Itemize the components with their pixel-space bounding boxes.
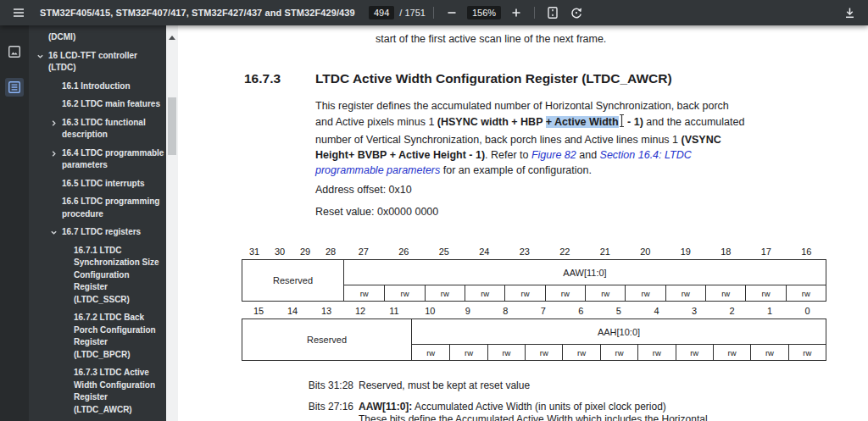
toc-label: 16.5 LTDC interrupts [62,178,145,191]
sidebar-item-16-3[interactable]: 16.3 LTDC functional description [29,117,166,141]
access-cell: rw [600,345,637,360]
register-description-paragraph: This register defines the accumulated nu… [315,98,744,178]
reset-value: Reset value: 0x0000 0000 [315,206,438,218]
bit-number-label: 16 [787,247,827,257]
toolbar-divider [534,7,535,19]
chevron-down-icon[interactable] [36,50,45,60]
access-cell: rw [750,345,787,360]
bit-number-label: 15 [242,306,275,316]
access-cell: rw [745,285,785,301]
page-total-label: / 1751 [399,8,426,18]
zoom-level-input[interactable]: 156% [467,6,501,19]
bit-number-label: 30 [267,247,292,257]
sidebar-item-16-1[interactable]: 16.1 Introduction [29,80,166,93]
sidebar-scrollbar-thumb[interactable] [168,97,176,155]
bit-number-label: 24 [465,247,505,257]
rotate-icon[interactable] [566,3,587,23]
pdf-toolbar: STM32F405/415, STM32F407/417, STM32F427/… [0,0,868,25]
bit-number-label: 0 [788,306,826,316]
figure-82-link[interactable]: Figure 82 [531,149,576,161]
access-cell: rw [788,345,826,360]
bit-number-label: 22 [545,247,586,257]
chevron-right-icon[interactable] [49,117,58,127]
zoom-in-icon[interactable] [506,3,526,23]
sidebar-item-dcmi[interactable]: (DCMI) [29,31,166,44]
toc-label: 16.1 Introduction [62,80,131,93]
bit-number-label: 20 [626,247,666,257]
sidebar-item-16-7[interactable]: 16.7 LTDC registers [29,226,166,239]
bit-number-label: 12 [343,306,377,316]
sidebar-scrollbar[interactable] [166,25,178,421]
zoom-out-icon[interactable] [442,3,462,23]
register-box: Reserved AAH[10:0] rwrwrwrwrwrwrwrwrwrwr… [242,319,826,361]
sidebar-item-16-6[interactable]: 16.6 LTDC programming procedure [29,196,166,220]
toc-label: 16.7.2 LTDC Back Porch Configuration Reg… [74,312,163,361]
scroll-up-arrow-icon[interactable] [169,36,175,40]
bit-number-label: 19 [665,247,706,257]
document-title: STM32F405/415, STM32F407/417, STM32F427/… [40,8,357,18]
bit-number-label: 18 [706,247,747,257]
download-icon[interactable] [839,3,860,23]
paragraph-line: and Active pixels minus 1 (HSYNC width +… [315,114,744,132]
access-cell: rw [562,345,599,360]
bits-description: AAW[11:0]: Accumulated Active Width (in … [359,401,666,413]
bits-description-clipped: These bits define the Accumulated Active… [359,413,708,421]
sidebar-item-16-7-2[interactable]: 16.7.2 LTDC Back Porch Configuration Reg… [29,312,166,361]
access-cell: rw [713,345,750,360]
bit-number-label: 5 [600,306,638,316]
access-cell: rw [625,285,665,301]
access-cell: rw [465,285,504,301]
bit-number-label: 29 [292,247,318,257]
bit-number-label: 27 [343,247,384,257]
page-number-input[interactable]: 494 [369,6,394,19]
bits-description: Reserved, must be kept at reset value [359,379,530,391]
sidebar-icon-strip [0,25,29,421]
access-cell: rw [384,285,424,301]
toolbar-divider [433,7,434,19]
bit-number-label: 6 [562,306,600,316]
section-16-4-link[interactable]: programmable parameters [315,164,440,176]
sidebar-item-16-ltdc[interactable]: 16 LCD-TFT controller (LTDC) [29,50,166,75]
field-column: AAH[10:0] rwrwrwrwrwrwrwrwrwrwrw [412,319,826,360]
toc-label: 16.7 LTDC registers [62,226,141,239]
register-diagram-low: 1514131211109876543210 Reserved AAH[10:0… [242,303,826,361]
toc-label: 16.4 LTDC programmable parameters [62,147,166,172]
paragraph-line: number of Vertical Synchronization, back… [315,132,744,147]
access-cell: rw [637,345,675,360]
fit-page-icon[interactable] [542,3,563,23]
access-cell: rw [786,285,826,301]
bit-number-label: 25 [424,247,465,257]
outline-icon[interactable] [5,78,24,97]
bit-number-label: 31 [242,247,267,257]
chevron-down-icon[interactable] [49,226,58,236]
pdf-page: start of the first active scan line of t… [178,25,868,421]
sidebar-item-16-5[interactable]: 16.5 LTDC interrupts [29,178,166,191]
toc-label: (DCMI) [48,31,75,44]
sidebar-item-16-4[interactable]: 16.4 LTDC programmable parameters [29,147,166,172]
address-offset: Address offset: 0x10 [315,184,412,196]
toc-label: 16.6 LTDC programming procedure [62,196,166,220]
chevron-right-icon[interactable] [49,147,58,158]
thumbnails-icon[interactable] [5,42,24,61]
reserved-field: Reserved [242,319,412,360]
bit-number-label: 26 [384,247,425,257]
bit-number-label: 9 [449,306,487,316]
bit-number-row: 31302928272625242322212019181716 [242,244,826,259]
previous-section-text: start of the first active scan line of t… [376,33,606,45]
sidebar-item-16-7-1[interactable]: 16.7.1 LTDC Synchronization Size Configu… [29,245,166,307]
bit-number-label: 14 [275,306,309,316]
sidebar-item-16-7-3[interactable]: 16.7.3 LTDC Active Width Configuration R… [29,367,166,416]
access-row: rwrwrwrwrwrwrwrwrwrwrw [412,344,826,360]
access-cell: rw [525,345,562,360]
toc-label: 16 LCD-TFT controller (LTDC) [48,50,166,75]
menu-icon[interactable] [8,3,29,23]
access-cell: rw [487,345,525,360]
access-cell: rw [504,285,544,301]
bit-number-label: 4 [637,306,676,316]
outline-panel: (DCMI) 16 LCD-TFT controller (LTDC) 16.1… [29,25,166,421]
section-16-4-link[interactable]: Section 16.4: LTDC [600,149,692,161]
bit-number-label: 17 [746,247,787,257]
sidebar-item-16-2[interactable]: 16.2 LTDC main features [29,98,166,111]
access-cell: rw [585,285,625,301]
paragraph-line: Height+ BVBP + Active Height - 1). Refer… [315,147,744,163]
